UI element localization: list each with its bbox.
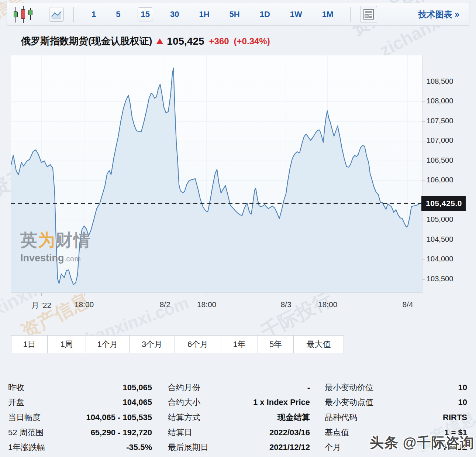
y-axis-label: 108,000 <box>427 97 453 105</box>
x-axis-label: 18:00 <box>75 300 94 309</box>
range-selector: 1日1周1个月3个月6个月1年5年最大值 <box>11 335 344 353</box>
y-axis-label: 107,000 <box>427 136 453 145</box>
interval-button-5[interactable]: 5 <box>113 8 123 21</box>
quote-value: 104,065 - 105,535 <box>86 413 152 422</box>
y-axis-label: 108,500 <box>427 77 453 86</box>
y-axis-tick <box>422 161 425 161</box>
area-chart-icon[interactable] <box>49 7 64 22</box>
quote-value: 65,290 - 192,720 <box>91 428 152 437</box>
x-axis-tick <box>84 293 84 296</box>
quote-label: 合约月份 <box>168 382 200 393</box>
quote-label: 52 周范围 <box>8 427 44 438</box>
toolbar-divider <box>350 7 351 22</box>
quote-row: 最小变动价位10 <box>325 380 467 395</box>
quote-row: 合约大小1 x Index Price <box>168 395 310 410</box>
quote-label: 结算日 <box>168 427 192 438</box>
y-axis-tick <box>422 240 425 240</box>
range-button-2[interactable]: 1周 <box>48 336 86 353</box>
quote-value: RIRTS <box>443 413 467 422</box>
x-axis-tick <box>286 293 286 296</box>
interval-button-1H[interactable]: 1H <box>196 8 212 21</box>
interval-button-1D[interactable]: 1D <box>257 8 273 21</box>
quote-label: 当日幅度 <box>8 412 41 423</box>
quote-row: 合约月份- <box>168 380 310 395</box>
interval-button-1[interactable]: 1 <box>89 8 99 21</box>
toolbar-divider <box>73 7 74 22</box>
range-button-8[interactable]: 最大值 <box>294 336 344 353</box>
y-axis-tick <box>422 141 425 141</box>
quote-row: 最小变动点值10 <box>325 395 467 410</box>
quote-column-1: 昨收105,065开盘104,065当日幅度104,065 - 105,5355… <box>8 380 152 455</box>
y-axis-tick <box>422 121 425 122</box>
x-axis-label: 月 '22 <box>31 300 51 310</box>
quote-label: 最后展期日 <box>168 442 208 453</box>
instrument-header: 俄罗斯指数期货(现金认股权证) 105,425 +360 (+0.34%) <box>21 35 270 48</box>
quote-row: 昨收105,065 <box>8 380 152 395</box>
y-axis-label: 105,000 <box>427 215 453 224</box>
chart-toolbar: 1515301H5H1D1W1M 技术图表 » <box>7 3 469 26</box>
quote-label: 最小变动点值 <box>325 397 373 408</box>
y-axis-line <box>422 55 422 293</box>
x-axis-label: 18:00 <box>318 300 338 309</box>
y-axis-tick <box>422 220 425 220</box>
quote-value: 1 x Index Price <box>253 398 310 407</box>
quote-row: 开盘104,065 <box>8 395 152 410</box>
interval-button-30[interactable]: 30 <box>167 8 182 21</box>
page: 1515301H5H1D1W1M 技术图表 » 俄罗斯指数期货(现金认股权证) … <box>0 0 476 457</box>
interval-buttons: 1515301H5H1D1W1M <box>89 7 336 21</box>
x-axis-label: 8/2 <box>159 300 170 309</box>
quote-value: - <box>307 383 310 392</box>
x-axis-tick <box>165 293 165 296</box>
quote-row: 品种代码RIRTS <box>325 410 467 425</box>
quote-column-2: 合约月份-合约大小1 x Index Price结算方式现金结算结算日2022/… <box>168 380 310 455</box>
x-axis-label: 8/3 <box>280 300 291 309</box>
quote-label: 最小变动价位 <box>325 382 373 393</box>
x-axis-tick <box>41 293 42 296</box>
instrument-name: 俄罗斯指数期货(现金认股权证) <box>21 35 152 48</box>
y-axis-tick <box>422 279 425 280</box>
range-button-1[interactable]: 1日 <box>11 336 48 353</box>
range-button-6[interactable]: 1年 <box>221 336 258 353</box>
quote-label: 基点值 <box>325 427 349 438</box>
range-button-3[interactable]: 1个月 <box>86 336 130 353</box>
y-axis-label: 103,500 <box>427 275 453 283</box>
y-axis-label: 104,000 <box>427 255 453 263</box>
y-axis-tick <box>422 102 425 102</box>
quote-row: 52 周范围65,290 - 192,720 <box>8 425 152 440</box>
quote-value: 10 <box>458 398 467 407</box>
current-price-tag: 105,425.0 <box>421 196 466 211</box>
range-button-5[interactable]: 6个月 <box>175 336 221 353</box>
x-axis-label: 18:00 <box>197 300 217 309</box>
quote-value: 10 <box>458 383 467 392</box>
quote-label: 合约大小 <box>168 397 200 408</box>
quote-value: 2021/12/12 <box>269 443 310 452</box>
y-axis-tick <box>422 82 425 82</box>
y-axis-label: 104,500 <box>427 235 453 244</box>
x-axis-tick <box>207 293 207 296</box>
technical-chart-link[interactable]: 技术图表 » <box>418 9 459 20</box>
x-axis-line <box>11 292 422 293</box>
interval-button-15[interactable]: 15 <box>138 7 153 21</box>
news-icon[interactable] <box>360 6 377 23</box>
interval-button-1M[interactable]: 1M <box>319 8 337 21</box>
quote-row: 1年涨跌幅-35.5% <box>8 440 152 455</box>
price-change-percent: (+0.34%) <box>234 36 270 47</box>
range-button-7[interactable]: 5年 <box>258 336 294 353</box>
quote-row: 结算日2022/03/16 <box>168 425 310 440</box>
quote-label: 结算方式 <box>168 412 200 423</box>
quote-row: 当日幅度104,065 - 105,535 <box>8 410 152 425</box>
quote-value: 104,065 <box>123 398 152 407</box>
quote-row: 最后展期日2021/12/12 <box>168 440 310 455</box>
y-axis-tick <box>422 181 425 181</box>
quote-label: 1年涨跌幅 <box>8 442 45 453</box>
quote-row: 结算方式现金结算 <box>168 410 310 425</box>
quote-label: 品种代码 <box>325 412 357 423</box>
quote-value: -35.5% <box>126 443 152 452</box>
price-change: +360 <box>209 36 229 47</box>
quote-label: 昨收 <box>8 382 24 393</box>
range-button-4[interactable]: 3个月 <box>130 336 175 353</box>
byline-watermark: 头条 @千际咨询 <box>370 433 475 452</box>
interval-button-1W[interactable]: 1W <box>287 8 305 21</box>
candlestick-chart-icon[interactable] <box>13 6 34 23</box>
interval-button-5H[interactable]: 5H <box>227 8 243 21</box>
